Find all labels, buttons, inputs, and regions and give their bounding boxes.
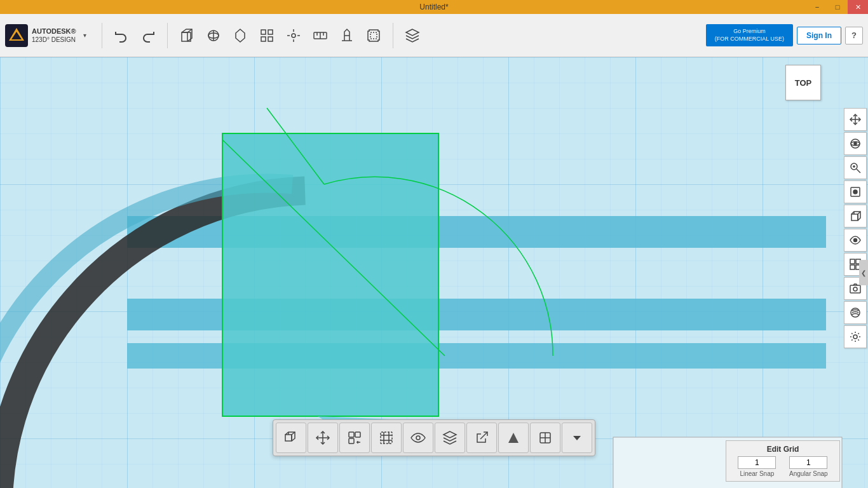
edit-grid-title: Edit Grid bbox=[734, 445, 832, 454]
box-tool[interactable] bbox=[174, 23, 200, 48]
divider-2 bbox=[167, 23, 168, 48]
svg-rect-29 bbox=[222, 133, 438, 416]
snap-bt-btn[interactable] bbox=[339, 423, 370, 453]
svg-rect-58 bbox=[285, 435, 292, 441]
svg-rect-11 bbox=[268, 30, 273, 34]
svg-rect-50 bbox=[850, 259, 855, 264]
window-title: Untitled* bbox=[419, 3, 448, 11]
maximize-button[interactable]: □ bbox=[827, 0, 848, 14]
undo-redo-group bbox=[109, 23, 161, 48]
angular-snap-input[interactable] bbox=[789, 456, 827, 469]
measure-tool[interactable] bbox=[308, 23, 333, 48]
pan-button[interactable] bbox=[844, 108, 867, 131]
svg-rect-30 bbox=[222, 133, 438, 416]
pattern-tool[interactable] bbox=[254, 23, 280, 48]
svg-point-14 bbox=[292, 34, 295, 37]
material-button[interactable] bbox=[844, 301, 867, 324]
angular-snap-label: Angular Snap bbox=[789, 470, 828, 477]
view3d-btn[interactable] bbox=[276, 423, 306, 453]
zoom-button[interactable] bbox=[844, 156, 867, 179]
solid-bt-btn[interactable] bbox=[498, 423, 529, 453]
linear-snap-field: Linear Snap bbox=[738, 456, 776, 477]
text-tool[interactable] bbox=[334, 23, 360, 48]
visibility-button[interactable] bbox=[844, 229, 867, 252]
sign-in-button[interactable]: Sign In bbox=[797, 27, 841, 44]
redo-button[interactable] bbox=[135, 23, 161, 48]
svg-rect-54 bbox=[850, 285, 860, 293]
angular-snap-field: Angular Snap bbox=[789, 456, 828, 477]
svg-rect-69 bbox=[381, 432, 392, 444]
title-bar: Untitled* − □ ✕ bbox=[0, 0, 868, 14]
svg-rect-27 bbox=[127, 343, 826, 369]
svg-rect-45 bbox=[851, 214, 858, 220]
svg-point-44 bbox=[853, 190, 857, 194]
minimize-button[interactable]: − bbox=[807, 0, 827, 14]
window-controls: − □ ✕ bbox=[807, 0, 868, 14]
snap-tool[interactable] bbox=[281, 23, 306, 48]
group-tool[interactable] bbox=[361, 23, 386, 48]
undo-button[interactable] bbox=[109, 23, 134, 48]
top-view-button[interactable]: TOP bbox=[785, 65, 821, 100]
edit-grid-fields: Linear Snap Angular Snap bbox=[734, 456, 832, 477]
svg-point-38 bbox=[854, 142, 857, 145]
svg-line-32 bbox=[222, 140, 445, 356]
linear-snap-input[interactable] bbox=[738, 456, 776, 469]
edit-grid-panel: Edit Grid Linear Snap Angular Snap bbox=[726, 440, 840, 482]
linear-snap-label: Linear Snap bbox=[740, 470, 774, 477]
svg-marker-75 bbox=[508, 433, 519, 443]
svg-rect-13 bbox=[268, 37, 273, 41]
main-toolbar: AUTODESK® 123D° DESIGN ▾ bbox=[0, 14, 868, 57]
svg-point-49 bbox=[854, 239, 857, 242]
app-settings-button[interactable] bbox=[844, 325, 867, 348]
main-viewport[interactable]: TOP bbox=[0, 57, 868, 488]
fit-button[interactable] bbox=[844, 180, 867, 203]
svg-point-55 bbox=[853, 287, 857, 291]
help-button[interactable]: ? bbox=[845, 27, 863, 44]
svg-rect-26 bbox=[127, 299, 826, 330]
export-bt-btn[interactable] bbox=[466, 423, 497, 453]
primitives-group bbox=[174, 23, 386, 48]
svg-line-31 bbox=[267, 108, 324, 184]
svg-point-74 bbox=[416, 436, 420, 440]
divider-3 bbox=[393, 23, 393, 48]
layers-button[interactable] bbox=[400, 23, 425, 48]
logo-area: AUTODESK® 123D° DESIGN ▾ bbox=[5, 24, 90, 47]
svg-rect-52 bbox=[850, 265, 855, 269]
svg-rect-66 bbox=[349, 438, 354, 444]
svg-marker-79 bbox=[573, 436, 581, 440]
eye-bt-btn[interactable] bbox=[403, 423, 433, 453]
svg-rect-21 bbox=[370, 32, 377, 39]
logo-dropdown[interactable]: ▾ bbox=[80, 30, 90, 41]
perspective-button[interactable] bbox=[844, 205, 867, 227]
svg-line-40 bbox=[857, 169, 860, 173]
svg-rect-28 bbox=[222, 133, 438, 416]
more-bt-btn[interactable] bbox=[562, 423, 592, 453]
svg-rect-65 bbox=[355, 432, 360, 437]
svg-rect-25 bbox=[127, 216, 826, 248]
layers-bt-btn[interactable] bbox=[435, 423, 465, 453]
sketch-tool[interactable] bbox=[201, 23, 226, 48]
svg-rect-10 bbox=[261, 30, 266, 34]
right-panel bbox=[844, 108, 867, 348]
close-button[interactable]: ✕ bbox=[848, 0, 868, 14]
go-premium-button[interactable]: Go Premium (FOR COMMERCIAL USE) bbox=[706, 24, 793, 46]
orbit-button[interactable] bbox=[844, 132, 867, 155]
brand-text: AUTODESK® 123D° DESIGN bbox=[32, 27, 76, 44]
svg-rect-64 bbox=[349, 432, 354, 437]
divider-1 bbox=[102, 23, 102, 48]
sketch-bt-btn[interactable] bbox=[530, 423, 560, 453]
app-logo bbox=[5, 24, 28, 47]
bottom-toolbar bbox=[273, 419, 595, 456]
svg-point-57 bbox=[853, 335, 857, 339]
move-bt-btn[interactable] bbox=[308, 423, 338, 453]
svg-rect-12 bbox=[261, 37, 266, 41]
collapse-tab[interactable]: ❮ bbox=[859, 260, 868, 285]
modify-tool[interactable] bbox=[227, 23, 253, 48]
svg-marker-9 bbox=[236, 29, 245, 42]
select-bt-btn[interactable] bbox=[371, 423, 402, 453]
